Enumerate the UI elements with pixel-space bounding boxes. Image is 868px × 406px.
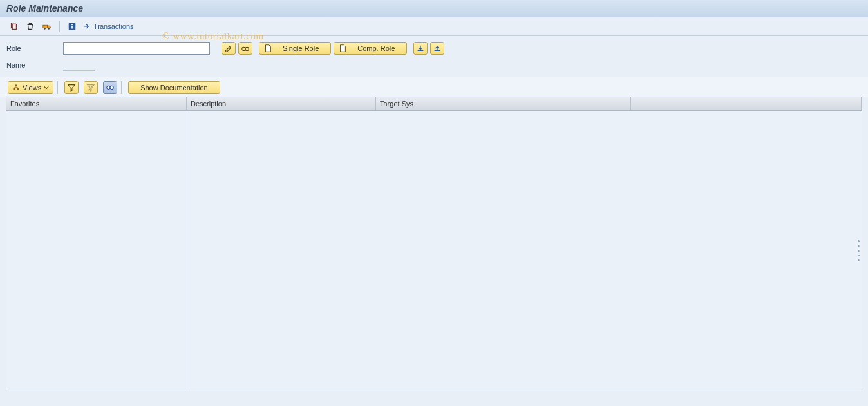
binoculars-icon (106, 83, 115, 92)
information-button[interactable] (65, 20, 79, 33)
svg-point-3 (44, 28, 46, 30)
table-header: Favorites Description Target Sys (6, 97, 862, 111)
view-toolbar: Views Show Documentation (0, 77, 868, 97)
page-title: Role Maintenance (6, 3, 83, 14)
splitter-handle[interactable] (858, 240, 860, 261)
glasses-icon (241, 44, 250, 53)
svg-point-14 (110, 86, 113, 89)
svg-rect-2 (43, 25, 48, 28)
selection-area: Role Single Role Comp. (0, 36, 868, 77)
document-icon (338, 44, 347, 53)
download-icon (416, 44, 425, 53)
name-label: Name (6, 61, 63, 69)
views-label: Views (23, 84, 41, 92)
delete-button[interactable] (23, 20, 37, 33)
transactions-label: Transactions (93, 23, 134, 30)
filter-off-icon (86, 83, 95, 92)
hierarchy-icon (12, 84, 20, 92)
display-button[interactable] (238, 42, 252, 55)
column-target-sys[interactable]: Target Sys (376, 97, 631, 110)
transactions-link[interactable]: Transactions (83, 23, 134, 30)
download-button[interactable] (413, 42, 428, 55)
title-bar: Role Maintenance (0, 0, 868, 17)
truck-icon (42, 22, 52, 31)
views-button[interactable]: Views (8, 81, 53, 94)
application-toolbar: Transactions (0, 17, 868, 36)
single-role-label: Single Role (275, 44, 326, 52)
toolbar-separator (121, 81, 122, 94)
upload-button[interactable] (430, 42, 444, 55)
column-spacer (631, 97, 862, 110)
toolbar-separator (59, 21, 60, 32)
column-description[interactable]: Description (187, 97, 376, 110)
svg-rect-6 (71, 24, 73, 26)
comp-role-label: Comp. Role (350, 44, 402, 52)
svg-rect-1 (12, 24, 16, 30)
filter-button[interactable] (64, 81, 79, 94)
table-body[interactable] (6, 111, 862, 391)
copy-icon (9, 22, 18, 31)
filter-icon (67, 83, 76, 92)
trash-icon (26, 22, 35, 31)
filter-delete-button[interactable] (84, 81, 98, 94)
upload-icon (433, 44, 442, 53)
edit-button[interactable] (222, 42, 236, 55)
other-role-button[interactable] (6, 20, 21, 33)
pencil-icon (224, 44, 233, 53)
svg-rect-12 (17, 88, 19, 90)
name-value (63, 60, 95, 71)
column-divider (187, 111, 187, 391)
show-documentation-button[interactable]: Show Documentation (128, 81, 220, 94)
svg-rect-10 (15, 85, 17, 86)
show-documentation-label: Show Documentation (140, 84, 208, 92)
dropdown-icon (44, 85, 49, 90)
info-icon (68, 22, 77, 31)
arrow-right-icon (83, 23, 91, 30)
document-icon (263, 44, 272, 53)
svg-rect-11 (14, 88, 15, 90)
find-button[interactable] (103, 81, 117, 94)
comp-role-button[interactable]: Comp. Role (334, 42, 407, 55)
column-favorites[interactable]: Favorites (6, 97, 187, 110)
svg-point-9 (245, 47, 249, 50)
role-label: Role (6, 44, 63, 52)
svg-point-8 (242, 47, 245, 50)
single-role-button[interactable]: Single Role (259, 42, 331, 55)
svg-rect-7 (71, 26, 73, 28)
role-input[interactable] (63, 42, 210, 55)
svg-point-4 (48, 28, 50, 30)
toolbar-separator (57, 81, 58, 94)
svg-point-13 (107, 86, 110, 89)
transport-button[interactable] (40, 20, 54, 33)
